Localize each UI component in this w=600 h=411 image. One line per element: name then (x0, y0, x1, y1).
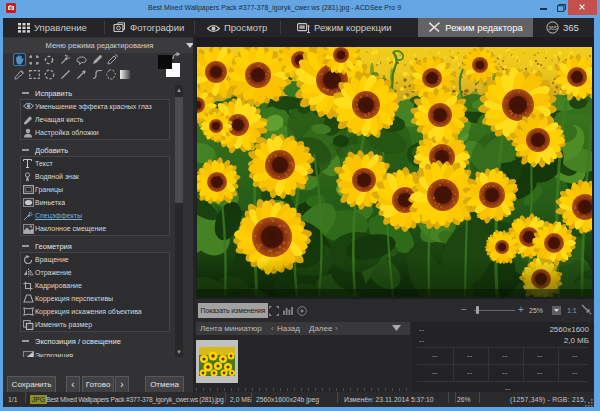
svg-text:365: 365 (548, 25, 557, 31)
